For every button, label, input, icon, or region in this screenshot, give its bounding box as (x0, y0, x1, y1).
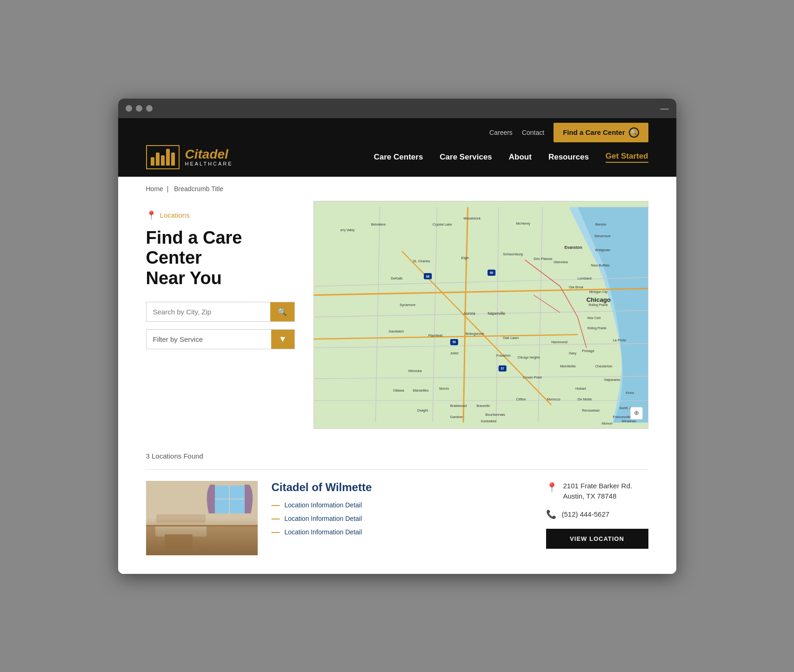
svg-text:Minooka: Minooka (408, 368, 422, 373)
svg-text:erry Valley: erry Valley (340, 228, 354, 232)
view-location-button[interactable]: VIEW LOCATION (546, 529, 648, 549)
header-nav: Citadel HEALTHCARE Care Centers Care Ser… (146, 145, 648, 177)
result-detail-1: — Location Information Detail (272, 500, 532, 510)
logo-bar-3 (161, 155, 165, 166)
svg-text:Oak Lawn: Oak Lawn (503, 335, 519, 339)
svg-text:Michigan City: Michigan City (589, 290, 607, 293)
filter-box: Filter by Service ▼ (146, 329, 295, 349)
filter-select[interactable]: Filter by Service (147, 330, 271, 349)
find-care-button[interactable]: Find a Care Center 🔍 (554, 123, 648, 142)
svg-text:New Buffalo: New Buffalo (591, 263, 610, 267)
address-line1: 2101 Frate Barker Rd. (563, 482, 632, 490)
svg-text:Braidwood: Braidwood (450, 404, 467, 408)
svg-text:Crown Point: Crown Point (522, 375, 542, 379)
browser-dots (126, 105, 153, 112)
browser-dot-3 (146, 105, 153, 112)
svg-text:Dwight: Dwight (417, 408, 428, 412)
search-icon: 🔍 (629, 127, 639, 138)
svg-text:Kankakee: Kankakee (481, 419, 497, 423)
header-top: Careers Contact Find a Care Center 🔍 (146, 118, 648, 145)
detail-dash-1: — (272, 500, 280, 510)
nav-care-centers[interactable]: Care Centers (374, 153, 423, 162)
svg-text:Plainfield: Plainfield (428, 333, 442, 338)
nav-care-services[interactable]: Care Services (440, 153, 492, 162)
detail-text-1: Location Information Detail (285, 501, 362, 509)
svg-text:55: 55 (452, 340, 456, 344)
browser-dot-1 (126, 105, 132, 112)
svg-text:Chicago Heights: Chicago Heights (517, 356, 540, 359)
result-info: Citadel of Wilmette — Location Informati… (272, 481, 532, 541)
svg-text:Crystal Lake: Crystal Lake (433, 222, 452, 226)
main-nav: Care Centers Care Services About Resourc… (374, 152, 648, 163)
nav-resources[interactable]: Resources (548, 153, 589, 162)
svg-text:Oak Brook: Oak Brook (568, 286, 583, 289)
svg-text:Sycamore: Sycamore (400, 303, 415, 307)
browser-window: — Careers Contact Find a Care Center 🔍 (118, 99, 676, 574)
filter-dropdown-button[interactable]: ▼ (271, 330, 294, 349)
svg-text:Francesville: Francesville (613, 415, 631, 419)
results-count: 3 Locations Found (146, 447, 648, 460)
hero-title-line2: Near You (146, 268, 222, 288)
address-text: 2101 Frate Barker Rd. Austin, TX 78748 (563, 481, 632, 502)
nav-get-started[interactable]: Get Started (606, 152, 648, 163)
breadcrumb-home[interactable]: Home (146, 185, 163, 193)
browser-dot-2 (136, 105, 142, 112)
svg-text:Aurora: Aurora (463, 311, 475, 316)
svg-text:Gary: Gary (568, 351, 576, 355)
svg-text:Knox: Knox (626, 391, 634, 395)
svg-text:Hammond: Hammond (551, 340, 567, 344)
svg-rect-88 (165, 534, 193, 548)
result-detail-3: — Location Information Detail (272, 527, 532, 537)
svg-text:Stevensvil: Stevensvil (594, 233, 610, 238)
hero-title: Find a Care Center Near You (146, 228, 295, 289)
svg-text:Joliet: Joliet (450, 351, 459, 355)
careers-link[interactable]: Careers (489, 129, 513, 136)
contact-link[interactable]: Contact (522, 129, 544, 136)
svg-text:De Motte: De Motte (577, 397, 592, 401)
svg-text:Rolling Prairie: Rolling Prairie (587, 326, 606, 330)
logo-text: Citadel HEALTHCARE (185, 148, 233, 166)
logo-bar-4 (166, 149, 170, 166)
detail-text-3: Location Information Detail (285, 528, 362, 536)
phone-row: 📞 (512) 444-5627 (546, 509, 648, 519)
svg-rect-81 (146, 523, 258, 555)
logo-title: Citadel (185, 148, 233, 161)
svg-rect-85 (211, 499, 248, 499)
breadcrumb-current: Breadcrumb Title (174, 185, 223, 193)
search-icon: 🔍 (278, 308, 287, 316)
result-card: Citadel of Wilmette — Location Informati… (146, 469, 648, 555)
svg-text:Monon: Monon (601, 421, 612, 426)
result-address-area: 📍 2101 Frate Barker Rd. Austin, TX 78748… (546, 481, 648, 549)
search-input[interactable] (147, 302, 270, 321)
svg-text:Clifton: Clifton (516, 397, 526, 401)
search-box: 🔍 (146, 302, 295, 322)
address-row: 📍 2101 Frate Barker Rd. Austin, TX 78748 (546, 481, 648, 502)
svg-text:La Porte: La Porte (613, 338, 626, 342)
map-svg: Evanston Glenview Schaumburg Des Plaines… (314, 201, 648, 428)
svg-text:Braceville: Braceville (476, 404, 490, 407)
svg-text:Glenview: Glenview (553, 260, 568, 264)
svg-text:Portage: Portage (582, 349, 594, 353)
phone-icon: 📞 (546, 509, 556, 519)
site-header: Careers Contact Find a Care Center 🔍 Cit… (118, 118, 676, 177)
svg-text:New Carli: New Carli (587, 316, 601, 319)
left-panel: 📍 Locations Find a Care Center Near You … (146, 201, 295, 429)
find-care-label: Find a Care Center (563, 128, 625, 136)
room-svg (146, 481, 258, 555)
svg-text:Rensselaer: Rensselaer (582, 408, 600, 412)
svg-text:McHenry: McHenry (516, 221, 530, 226)
logo-subtitle: HEALTHCARE (185, 161, 233, 166)
results-section: 3 Locations Found (118, 447, 676, 574)
svg-text:Gardner: Gardner (450, 415, 463, 419)
svg-text:Morris: Morris (439, 386, 449, 390)
browser-minimize-icon[interactable]: — (661, 104, 669, 113)
svg-text:Elgin: Elgin (461, 256, 469, 260)
nav-about[interactable]: About (509, 153, 532, 162)
svg-text:Chesterton: Chesterton (595, 364, 612, 368)
logo-icon (146, 145, 180, 169)
search-button[interactable]: 🔍 (270, 302, 294, 321)
logo-bar-1 (151, 157, 154, 166)
svg-rect-89 (146, 525, 258, 526)
chevron-down-icon: ▼ (279, 334, 287, 344)
result-name: Citadel of Wilmette (272, 481, 532, 494)
